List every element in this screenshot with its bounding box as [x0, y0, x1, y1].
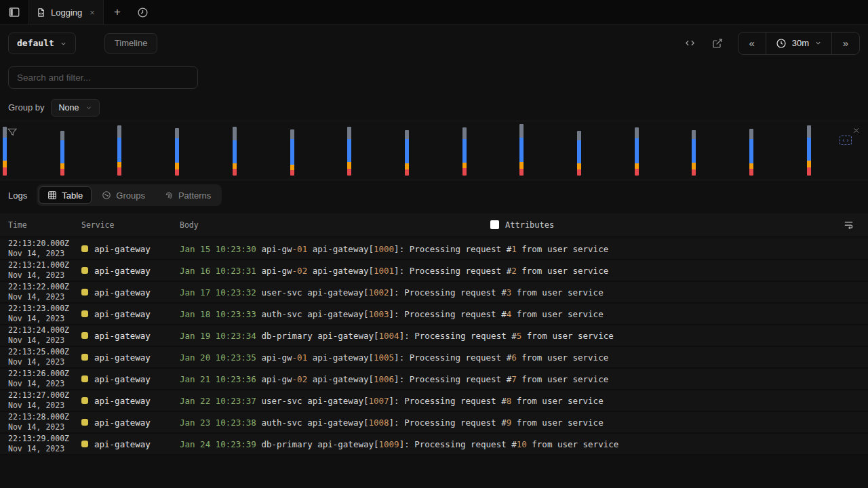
histogram-segment-trace — [290, 129, 294, 139]
time-cell: 22:13:23.000ZNov 14, 2023 — [8, 304, 81, 323]
tab-table[interactable]: Table — [39, 186, 92, 204]
query-code-button[interactable] — [681, 34, 700, 53]
histogram-bar[interactable] — [233, 127, 237, 176]
group-by-select[interactable]: None — [51, 99, 100, 117]
log-row[interactable]: 22:13:26.000ZNov 14, 2023api-gatewayJan … — [0, 369, 868, 390]
column-header-time[interactable]: Time — [8, 214, 27, 236]
fit-to-window-icon[interactable]: ‹› — [840, 136, 852, 145]
service-cell: api-gateway — [81, 396, 180, 406]
logs-view-bar: Logs Table Groups Patterns — [0, 180, 868, 210]
logs-title: Logs — [8, 190, 27, 201]
body-cell: Jan 18 10:23:33 auth-svc api-gateway[100… — [180, 309, 868, 319]
timeline-button[interactable]: Timeline — [104, 33, 158, 54]
histogram-segment-trace — [577, 131, 581, 140]
time-cell: 22:13:21.000ZNov 14, 2023 — [8, 260, 81, 280]
time-cell: 22:13:27.000ZNov 14, 2023 — [8, 390, 81, 410]
histogram-bar[interactable] — [290, 129, 294, 176]
histogram-segment-info — [635, 138, 639, 163]
body-cell: Jan 23 10:23:38 auth-svc api-gateway[100… — [180, 418, 868, 428]
histogram-segment-info — [577, 140, 581, 163]
histogram-segment-error — [519, 169, 524, 176]
time-range-picker[interactable]: 30m — [766, 33, 832, 54]
histogram-bar[interactable] — [175, 128, 179, 176]
close-icon[interactable] — [852, 127, 860, 134]
log-row[interactable]: 22:13:27.000ZNov 14, 2023api-gatewayJan … — [0, 390, 868, 412]
time-cell: 22:13:25.000ZNov 14, 2023 — [8, 347, 81, 367]
histogram-bars — [3, 121, 811, 176]
attributes-checkbox[interactable] — [490, 220, 499, 229]
histogram-bar[interactable] — [462, 127, 467, 176]
service-name: api-gateway — [94, 244, 151, 254]
histogram-bar[interactable] — [749, 129, 753, 176]
time-range-back-button[interactable]: « — [738, 33, 766, 54]
histogram-segment-trace — [519, 124, 524, 138]
sidebar-toggle-button[interactable] — [0, 0, 28, 24]
service-color-dot — [81, 289, 88, 296]
column-header-body[interactable]: Body — [180, 214, 199, 236]
service-color-dot — [81, 310, 88, 317]
body-cell: Jan 17 10:23:32 user-svc api-gateway[100… — [180, 287, 868, 298]
histogram-segment-warn — [462, 163, 467, 168]
histogram-segment-error — [749, 169, 753, 176]
tab-patterns[interactable]: Patterns — [155, 186, 220, 204]
histogram-bar[interactable] — [692, 130, 696, 176]
time-cell: 22:13:28.000ZNov 14, 2023 — [8, 412, 81, 432]
tab-logging[interactable]: Logging × — [28, 0, 104, 24]
time-range-group: « 30m » — [738, 32, 860, 55]
histogram-segment-trace — [462, 127, 467, 139]
chart-actions: ‹› — [840, 127, 860, 150]
log-row[interactable]: 22:13:28.000ZNov 14, 2023api-gatewayJan … — [0, 412, 868, 434]
histogram-segment-warn — [117, 162, 121, 167]
workspace-select[interactable]: default — [8, 33, 76, 54]
histogram-bar[interactable] — [3, 127, 7, 176]
service-color-dot — [81, 245, 88, 252]
histogram-bar[interactable] — [60, 131, 64, 176]
history-button[interactable] — [131, 0, 155, 24]
attributes-toggle: Attributes — [490, 214, 554, 236]
time-range-forward-button[interactable]: » — [832, 33, 859, 54]
histogram-segment-warn — [749, 163, 753, 169]
log-row[interactable]: 22:13:22.000ZNov 14, 2023api-gatewayJan … — [0, 282, 868, 304]
wrap-text-icon[interactable] — [843, 214, 854, 236]
histogram-segment-error — [405, 169, 409, 176]
histogram-segment-warn — [577, 163, 581, 169]
new-tab-button[interactable]: + — [104, 0, 131, 24]
search-input[interactable] — [8, 66, 198, 89]
service-cell: api-gateway — [81, 331, 180, 341]
histogram-bar[interactable] — [807, 125, 811, 176]
histogram-segment-info — [3, 138, 7, 161]
histogram-bar[interactable] — [577, 131, 581, 176]
log-row[interactable]: 22:13:25.000ZNov 14, 2023api-gatewayJan … — [0, 347, 868, 369]
log-row[interactable]: 22:13:29.000ZNov 14, 2023api-gatewayJan … — [0, 434, 868, 455]
chevron-down-icon — [85, 104, 92, 111]
histogram-bar[interactable] — [635, 127, 639, 176]
external-link-icon — [712, 38, 723, 49]
histogram-bar[interactable] — [117, 125, 121, 176]
histogram-segment-info — [60, 140, 64, 163]
log-row[interactable]: 22:13:23.000ZNov 14, 2023api-gatewayJan … — [0, 304, 868, 325]
service-color-dot — [81, 397, 88, 404]
histogram-segment-warn — [290, 165, 294, 170]
logs-view-switcher: Table Groups Patterns — [37, 184, 222, 206]
tab-close-icon[interactable]: × — [90, 7, 95, 18]
log-row[interactable]: 22:13:24.000ZNov 14, 2023api-gatewayJan … — [0, 325, 868, 347]
group-by-row: Group by None — [0, 94, 868, 121]
open-external-button[interactable] — [708, 34, 727, 53]
log-histogram: ‹› — [0, 121, 868, 180]
service-name: api-gateway — [94, 331, 151, 341]
histogram-segment-warn — [405, 163, 409, 169]
grid-icon — [47, 190, 57, 200]
column-header-service[interactable]: Service — [81, 214, 114, 236]
histogram-segment-warn — [692, 163, 696, 169]
log-row[interactable]: 22:13:20.000ZNov 14, 2023api-gatewayJan … — [0, 239, 868, 260]
log-row[interactable]: 22:13:21.000ZNov 14, 2023api-gatewayJan … — [0, 260, 868, 282]
workspace-select-label: default — [17, 38, 54, 48]
histogram-bar[interactable] — [347, 127, 351, 176]
histogram-segment-error — [3, 167, 7, 176]
histogram-segment-trace — [692, 130, 696, 139]
service-color-dot — [81, 332, 88, 339]
histogram-bar[interactable] — [405, 130, 409, 176]
service-name: api-gateway — [94, 266, 151, 276]
histogram-bar[interactable] — [519, 124, 524, 176]
tab-groups[interactable]: Groups — [93, 186, 154, 204]
